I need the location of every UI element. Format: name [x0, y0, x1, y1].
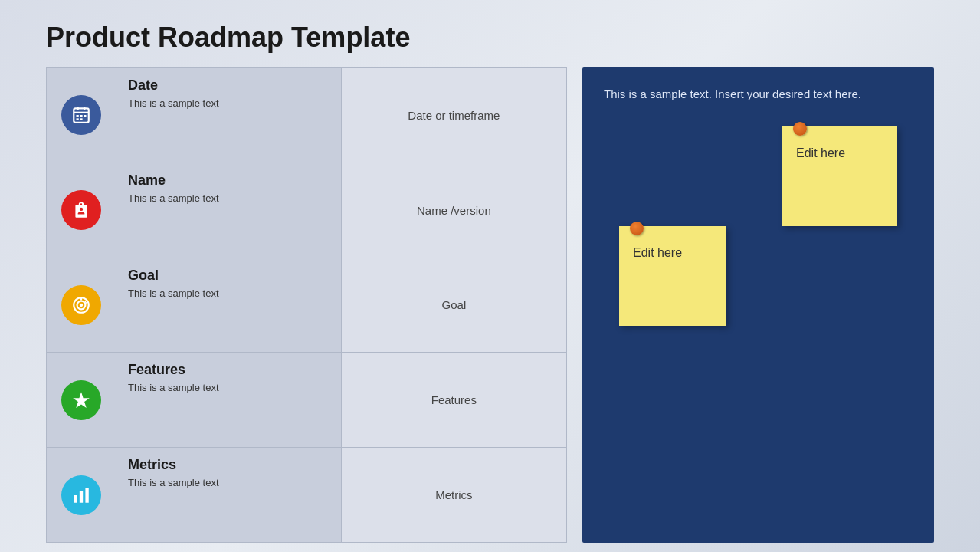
label-title-2: Goal [128, 268, 329, 284]
label-sub-1: This is a sample text [128, 192, 329, 205]
svg-rect-8 [80, 119, 82, 120]
label-title-4: Metrics [128, 457, 329, 473]
main-content: Date This is a sample text Date or timef… [0, 67, 980, 543]
svg-rect-14 [74, 495, 77, 503]
pin-2 [630, 222, 644, 235]
right-panel: This is a sample text. Insert your desir… [582, 67, 934, 543]
table-row: Name This is a sample text Name /version [47, 163, 567, 258]
cell-label-1: Name This is a sample text [116, 163, 341, 258]
pin-1 [793, 122, 807, 136]
icon-circle-4 [61, 475, 101, 515]
svg-rect-5 [80, 115, 82, 117]
svg-rect-7 [77, 119, 79, 120]
svg-point-11 [80, 304, 83, 307]
cell-value-0: Date or timeframe [341, 68, 566, 163]
cell-label-3: Features This is a sample text [116, 353, 341, 448]
svg-rect-15 [80, 491, 83, 502]
cell-value-3: Features [341, 353, 566, 448]
icon-circle-1 [61, 190, 101, 230]
cell-label-4: Metrics This is a sample text [116, 448, 341, 543]
sticky-note-1[interactable]: Edit here [782, 127, 897, 226]
table-row: Metrics This is a sample text Metrics [47, 448, 567, 543]
sticky-notes-area: Edit here Edit here [604, 127, 913, 511]
icon-circle-2 [61, 285, 101, 325]
cell-value-4: Metrics [341, 448, 566, 543]
label-sub-2: This is a sample text [128, 287, 329, 301]
svg-rect-6 [84, 115, 86, 117]
note-text-1[interactable]: Edit here [796, 146, 883, 160]
cell-icon-0 [47, 68, 116, 163]
page-title: Product Roadmap Template [0, 0, 980, 67]
cell-icon-1 [47, 163, 116, 258]
cell-label-2: Goal This is a sample text [116, 258, 341, 353]
cell-icon-3 [47, 353, 116, 448]
sticky-note-2[interactable]: Edit here [619, 226, 726, 326]
label-sub-0: This is a sample text [128, 97, 329, 110]
cell-value-2: Goal [341, 258, 566, 353]
label-sub-3: This is a sample text [128, 381, 329, 395]
table-row: Features This is a sample text Features [47, 353, 567, 448]
roadmap-table: Date This is a sample text Date or timef… [46, 67, 567, 543]
label-title-0: Date [128, 77, 329, 94]
cell-icon-2 [47, 258, 116, 353]
label-sub-4: This is a sample text [128, 476, 329, 490]
table-row: Goal This is a sample text Goal [47, 258, 567, 353]
svg-rect-4 [77, 115, 79, 117]
label-title-3: Features [128, 362, 329, 378]
cell-value-1: Name /version [341, 163, 566, 258]
icon-circle-0 [61, 95, 101, 135]
note-text-2[interactable]: Edit here [633, 246, 713, 260]
icon-circle-3 [61, 380, 101, 420]
svg-rect-16 [85, 488, 88, 503]
table-row: Date This is a sample text Date or timef… [47, 68, 567, 163]
cell-label-0: Date This is a sample text [116, 68, 341, 163]
right-intro-text: This is a sample text. Insert your desir… [604, 86, 913, 104]
label-title-1: Name [128, 172, 329, 189]
cell-icon-4 [47, 448, 116, 543]
